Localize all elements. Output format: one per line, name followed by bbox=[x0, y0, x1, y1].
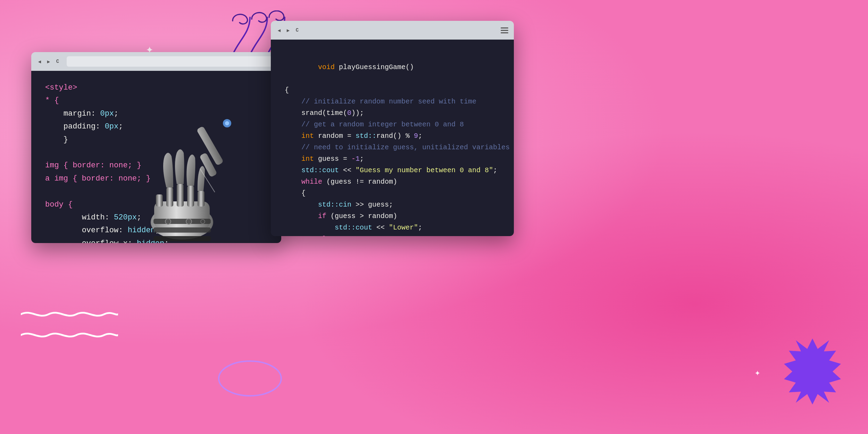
diamond-deco-2: ✦ bbox=[754, 367, 760, 378]
deco-wave-1 bbox=[21, 307, 118, 319]
svg-rect-8 bbox=[198, 191, 205, 207]
cpp-line-12: std::cin >> guess; bbox=[285, 199, 500, 210]
cpp-line-2: { bbox=[285, 84, 500, 96]
cpp-line-6: int random = std::rand() % 9; bbox=[285, 130, 500, 142]
cpp-code-block: void playGuessingGame() { // initialize … bbox=[285, 50, 500, 236]
svg-rect-5 bbox=[166, 187, 173, 207]
svg-marker-0 bbox=[784, 339, 841, 404]
deco-star-burst bbox=[778, 337, 847, 406]
deco-oval-loop bbox=[215, 358, 285, 399]
cpp-line-8: int guess = -1; bbox=[285, 153, 500, 165]
svg-point-16 bbox=[165, 219, 171, 224]
titlebar-right: ◀ ▶ C bbox=[271, 21, 514, 40]
cpp-line-4: srand(time(0)); bbox=[285, 107, 500, 119]
cpp-line-5: // get a random integer between 0 and 8 bbox=[285, 119, 500, 130]
cpp-line-11: { bbox=[285, 187, 500, 199]
browser-window-left: ◀ ▶ C <style> * { margin: 0px; padding: … bbox=[31, 52, 281, 243]
browser-window-right: ◀ ▶ C void playGuessingGame() { // initi… bbox=[271, 21, 514, 236]
forward-button-left[interactable]: ▶ bbox=[46, 59, 51, 64]
forward-button-right[interactable]: ▶ bbox=[285, 27, 291, 33]
titlebar-left: ◀ ▶ C bbox=[31, 52, 281, 71]
url-bar-left[interactable] bbox=[67, 56, 273, 67]
svg-rect-4 bbox=[156, 194, 163, 207]
back-button-right[interactable]: ◀ bbox=[276, 27, 282, 33]
cpp-line-13: if (guess > random) bbox=[285, 210, 500, 222]
svg-point-12 bbox=[225, 121, 229, 125]
cpp-line-9: std::cout << "Guess my number between 0 … bbox=[285, 165, 500, 176]
svg-rect-9 bbox=[196, 126, 224, 166]
robot-hand-image bbox=[112, 83, 258, 243]
svg-point-18 bbox=[201, 219, 205, 224]
deco-wave-2 bbox=[21, 328, 118, 340]
cpp-line-3: // initialize random number seed with ti… bbox=[285, 96, 500, 107]
refresh-button-right[interactable]: C bbox=[294, 27, 300, 33]
hamburger-menu[interactable] bbox=[501, 27, 508, 33]
svg-point-1 bbox=[219, 361, 281, 396]
code-content-right: void playGuessingGame() { // initialize … bbox=[271, 40, 514, 236]
cpp-line-7: // need to initialize guess, unitialized… bbox=[285, 142, 500, 153]
svg-rect-14 bbox=[153, 227, 211, 233]
svg-rect-6 bbox=[177, 184, 184, 207]
svg-point-17 bbox=[186, 219, 192, 224]
back-button-left[interactable]: ◀ bbox=[37, 59, 42, 64]
code-content-left: <style> * { margin: 0px; padding: 0px; }… bbox=[31, 71, 281, 243]
refresh-button-left[interactable]: C bbox=[55, 59, 60, 64]
cpp-line-10: while (guess != random) bbox=[285, 176, 500, 187]
cpp-line-15: else bbox=[285, 233, 500, 236]
cpp-line-14: std::cout << "Lower"; bbox=[285, 222, 500, 233]
svg-rect-7 bbox=[187, 186, 194, 207]
cpp-line-1: void playGuessingGame() bbox=[285, 50, 500, 84]
svg-rect-15 bbox=[153, 236, 211, 241]
